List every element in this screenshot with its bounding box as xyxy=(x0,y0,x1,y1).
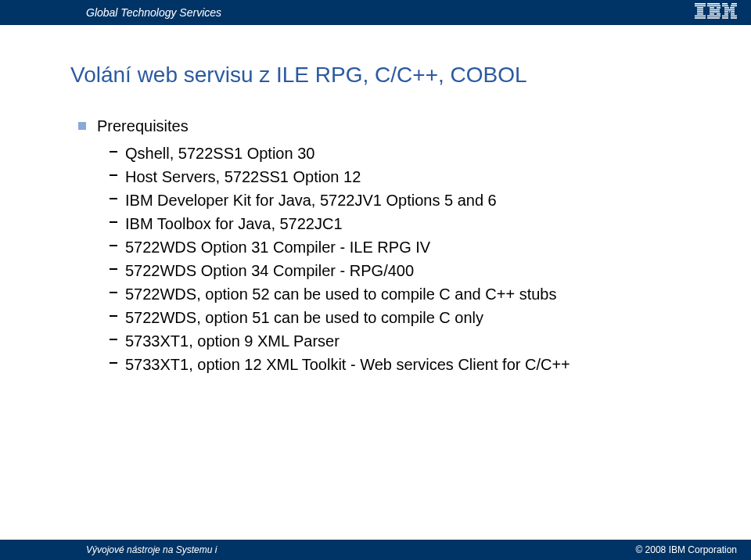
svg-rect-26 xyxy=(729,11,730,13)
svg-rect-8 xyxy=(707,3,720,5)
svg-rect-29 xyxy=(731,13,735,15)
svg-rect-22 xyxy=(724,7,729,9)
svg-rect-2 xyxy=(697,7,703,9)
list-item: Host Servers, 5722SS1 Option 12 xyxy=(125,165,704,188)
slide-footer: Vývojové nástroje na Systemu i © 2008 IB… xyxy=(0,540,751,560)
list-item: Qshell, 5722SS1 Option 30 xyxy=(125,142,704,165)
svg-rect-6 xyxy=(695,16,706,17)
footer-right-text: © 2008 IBM Corporation xyxy=(635,544,737,555)
svg-rect-30 xyxy=(722,16,728,17)
svg-rect-15 xyxy=(717,13,720,15)
list-item: 5733XT1, option 12 XML Toolkit - Web ser… xyxy=(125,353,704,376)
list-item: 5722WDS, option 52 can be used to compil… xyxy=(125,282,704,306)
svg-rect-10 xyxy=(710,7,714,9)
svg-rect-21 xyxy=(731,5,737,7)
footer-left-text: Vývojové nástroje na Systemu i xyxy=(86,544,217,555)
svg-rect-33 xyxy=(731,17,737,19)
svg-rect-24 xyxy=(724,9,735,11)
slide-title: Volání web servisu z ILE RPG, C/C++, COB… xyxy=(70,63,704,88)
svg-rect-18 xyxy=(722,3,728,5)
svg-rect-20 xyxy=(722,5,728,7)
svg-rect-0 xyxy=(695,3,706,5)
svg-rect-4 xyxy=(697,11,703,13)
list-item: 5722WDS Option 34 Compiler - RPG/400 xyxy=(125,259,704,282)
svg-rect-23 xyxy=(730,7,735,9)
slide-content: Volání web servisu z ILE RPG, C/C++, COB… xyxy=(70,63,704,376)
header-title: Global Technology Services xyxy=(86,6,221,19)
svg-rect-7 xyxy=(695,17,706,19)
svg-rect-1 xyxy=(695,5,706,7)
section-heading: Prerequisites xyxy=(97,117,704,135)
svg-rect-11 xyxy=(717,7,720,9)
svg-rect-12 xyxy=(710,9,720,11)
svg-rect-19 xyxy=(731,3,737,5)
svg-rect-13 xyxy=(710,11,720,13)
list-item: 5733XT1, option 9 XML Parser xyxy=(125,329,704,353)
svg-rect-31 xyxy=(731,16,737,17)
slide-header: Global Technology Services xyxy=(0,0,751,25)
svg-rect-5 xyxy=(697,13,703,15)
list-item: IBM Toolbox for Java, 5722JC1 xyxy=(125,212,704,235)
svg-rect-32 xyxy=(722,17,728,19)
list-item: 5722WDS, option 51 can be used to compil… xyxy=(125,306,704,329)
svg-rect-17 xyxy=(707,17,720,19)
svg-rect-16 xyxy=(707,16,720,17)
list-item: IBM Developer Kit for Java, 5722JV1 Opti… xyxy=(125,188,704,212)
svg-rect-28 xyxy=(724,13,728,15)
svg-rect-9 xyxy=(707,5,720,7)
svg-rect-14 xyxy=(710,13,714,15)
svg-rect-27 xyxy=(731,11,735,13)
svg-rect-25 xyxy=(724,11,728,13)
list-item: 5722WDS Option 31 Compiler - ILE RPG IV xyxy=(125,235,704,259)
ibm-logo-icon xyxy=(695,3,737,22)
svg-rect-3 xyxy=(697,9,703,11)
